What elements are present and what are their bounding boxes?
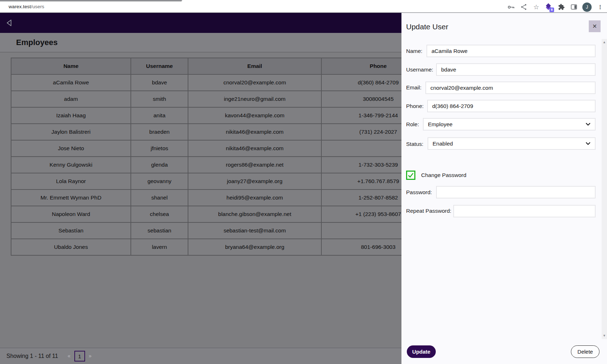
phone-label: Phone:: [406, 103, 424, 109]
cell-name[interactable]: Napoleon Ward: [11, 206, 131, 222]
cell-username[interactable]: smith: [131, 91, 188, 107]
extension-diamonds: 8: [545, 3, 553, 11]
browser-menu-icon[interactable]: ⋮: [596, 3, 604, 11]
cell-email[interactable]: heidi95@example.com: [188, 190, 321, 206]
cell-username[interactable]: jfnietos: [131, 140, 188, 157]
cell-name[interactable]: aCamila Rowe: [11, 74, 131, 91]
key-icon[interactable]: [507, 3, 515, 11]
cell-name[interactable]: Mr. Emmett Wyman PhD: [11, 190, 131, 206]
change-password-label: Change Password: [421, 172, 467, 178]
table-row[interactable]: Napoleon Ward chelsea blanche.gibson@exa…: [11, 206, 435, 222]
table-row[interactable]: adam smith inge21neuro@gmail.com 3008004…: [11, 91, 435, 107]
side-panel-icon[interactable]: [570, 3, 578, 11]
repeat-password-field[interactable]: [453, 205, 596, 217]
cell-email[interactable]: kavon44@example.com: [188, 107, 321, 124]
employees-table-body: aCamila Rowe bdave cnorval20@example.com…: [11, 74, 435, 255]
panel-scrollbar[interactable]: ▲ ▼: [602, 39, 607, 339]
checkmark-icon: [407, 172, 414, 179]
cell-email[interactable]: inge21neuro@gmail.com: [188, 91, 321, 107]
table-row[interactable]: Kenny Gulgowski glenda rogers86@example.…: [11, 157, 435, 173]
chevron-down-icon: [586, 142, 591, 145]
cell-email[interactable]: nikita46@example.com: [188, 124, 321, 140]
panel-title: Update User: [406, 23, 448, 31]
puzzle-extensions-icon[interactable]: [557, 3, 565, 11]
cell-name[interactable]: adam: [11, 91, 131, 107]
table-row[interactable]: Mr. Emmett Wyman PhD shanel heidi95@exam…: [11, 190, 435, 206]
browser-toolbar: warex.test/users ☆ 8 J: [0, 1, 607, 13]
cell-name[interactable]: Jaylon Balistreri: [11, 124, 131, 140]
status-select[interactable]: Enabled: [428, 137, 596, 150]
toolbar-icon-cluster: ☆ 8 J ⋮: [507, 1, 604, 13]
change-password-checkbox[interactable]: [406, 171, 415, 180]
pager: « 1 »: [66, 351, 93, 361]
cell-name[interactable]: Kenny Gulgowski: [11, 157, 131, 173]
cell-name[interactable]: Izaiah Haag: [11, 107, 131, 124]
cell-name[interactable]: Ubaldo Jones: [11, 239, 131, 255]
update-button[interactable]: Update: [407, 345, 436, 358]
table-header-row: Name Username Email Phone: [11, 58, 435, 74]
cell-email[interactable]: bryana64@example.org: [188, 239, 321, 255]
name-field[interactable]: [426, 45, 596, 57]
email-field[interactable]: [425, 82, 596, 94]
table-row[interactable]: Jaylon Balistreri braeden nikita46@examp…: [11, 124, 435, 140]
password-field[interactable]: [436, 186, 596, 198]
pagination-bar: Showing 1 - 11 of 11 « 1 »: [0, 348, 401, 364]
cell-username[interactable]: geovanny: [131, 173, 188, 190]
status-selected-value: Enabled: [433, 141, 453, 147]
email-label: Email:: [406, 84, 421, 91]
table-row[interactable]: aCamila Rowe bdave cnorval20@example.com…: [11, 74, 435, 91]
table-row[interactable]: Ubaldo Jones lavern bryana64@example.org…: [11, 239, 435, 255]
cell-username[interactable]: sebastian: [131, 222, 188, 239]
repeat-password-label: Repeat Password:: [406, 208, 451, 214]
address-host: warex.test: [9, 4, 31, 9]
cell-username[interactable]: anita: [131, 107, 188, 124]
table-row[interactable]: Lola Raynor geovanny joany27@example.org…: [11, 173, 435, 190]
extension-badge: 8: [549, 8, 554, 12]
cell-email[interactable]: cnorval20@example.com: [188, 74, 321, 91]
next-page-button[interactable]: »: [87, 353, 93, 359]
table-row[interactable]: Jose Nieto jfnietos nikita46@example.com: [11, 140, 435, 157]
cell-email[interactable]: sebastian-test@mail.com: [188, 222, 321, 239]
cell-email[interactable]: joany27@example.org: [188, 173, 321, 190]
cell-username[interactable]: lavern: [131, 239, 188, 255]
address-path: /users: [31, 4, 44, 9]
phone-field[interactable]: [427, 100, 596, 112]
employees-table: Name Username Email Phone aCamila Rowe b…: [11, 58, 435, 256]
scroll-down-icon[interactable]: ▼: [602, 333, 607, 338]
col-header-name: Name: [11, 58, 131, 74]
status-label: Status:: [406, 141, 423, 147]
back-arrow-icon: [5, 18, 14, 28]
back-button[interactable]: [4, 17, 16, 29]
page-number-button[interactable]: 1: [74, 351, 85, 361]
cell-username[interactable]: chelsea: [131, 206, 188, 222]
chevron-down-icon: [586, 123, 591, 126]
bookmark-star-icon[interactable]: ☆: [532, 3, 540, 11]
address-bar[interactable]: warex.test/users: [9, 4, 44, 9]
cell-username[interactable]: shanel: [131, 190, 188, 206]
role-select[interactable]: Employee: [423, 118, 596, 131]
cell-email[interactable]: nikita46@example.com: [188, 140, 321, 157]
table-row[interactable]: Sebastían sebastian sebastian-test@mail.…: [11, 222, 435, 239]
username-label: Username:: [406, 67, 433, 73]
col-header-email: Email: [188, 58, 321, 74]
cell-username[interactable]: braeden: [131, 124, 188, 140]
share-icon[interactable]: [520, 3, 528, 11]
page-title: Employees: [16, 38, 58, 47]
username-field[interactable]: [436, 63, 596, 76]
cell-email[interactable]: blanche.gibson@example.net: [188, 206, 321, 222]
prev-page-button[interactable]: «: [66, 353, 72, 359]
table-row[interactable]: Izaiah Haag anita kavon44@example.com 1-…: [11, 107, 435, 124]
cell-name[interactable]: Lola Raynor: [11, 173, 131, 190]
delete-button[interactable]: Delete: [571, 345, 599, 358]
profile-avatar[interactable]: J: [582, 3, 592, 12]
cell-username[interactable]: glenda: [131, 157, 188, 173]
cell-username[interactable]: bdave: [131, 74, 188, 91]
extension-icon[interactable]: 8: [545, 3, 553, 11]
name-label: Name:: [406, 48, 423, 54]
role-selected-value: Employee: [428, 121, 453, 128]
cell-name[interactable]: Jose Nieto: [11, 140, 131, 157]
cell-name[interactable]: Sebastían: [11, 222, 131, 239]
cell-email[interactable]: rogers86@example.net: [188, 157, 321, 173]
close-button[interactable]: ✕: [589, 20, 601, 32]
scroll-up-icon[interactable]: ▲: [602, 40, 607, 45]
